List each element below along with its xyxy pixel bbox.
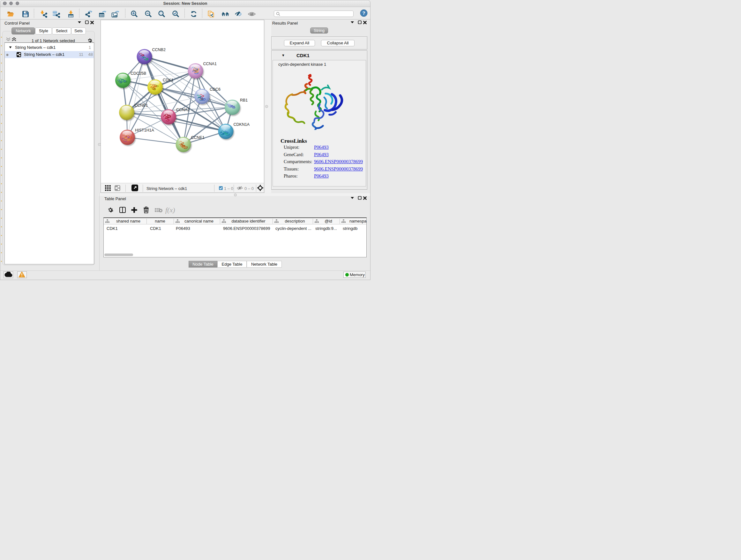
svg-text:RB1: RB1 [240,98,248,103]
svg-text:CCNE1: CCNE1 [191,135,205,140]
svg-text:CDK1: CDK1 [163,78,173,82]
svg-text:CCNB1: CCNB1 [134,103,148,108]
svg-text:?: ? [362,10,365,16]
svg-text:CCNA1: CCNA1 [203,62,217,66]
svg-text:CDKN1A: CDKN1A [233,122,250,127]
svg-text:CCNA2: CCNA2 [176,108,190,112]
svg-text:CCNB2: CCNB2 [152,48,165,52]
svg-text:CDC25B: CDC25B [131,71,146,76]
svg-text:HIST1H1A: HIST1H1A [135,128,154,132]
svg-text:CDC6: CDC6 [210,87,220,91]
